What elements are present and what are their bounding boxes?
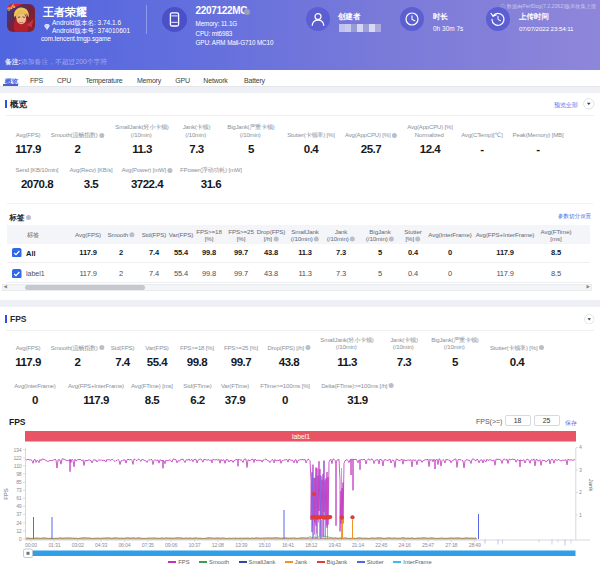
svg-text:01:31: 01:31	[48, 542, 60, 548]
svg-text:2: 2	[579, 489, 582, 495]
svg-text:110: 110	[14, 463, 22, 469]
svg-text:61: 61	[16, 495, 22, 501]
svg-text:49: 49	[16, 503, 22, 509]
svg-text:label1: label1	[292, 433, 310, 440]
svg-text:03:02: 03:02	[72, 542, 84, 548]
svg-text:19:43: 19:43	[329, 542, 341, 548]
svg-text:21:14: 21:14	[352, 542, 364, 548]
svg-text:3: 3	[579, 467, 582, 473]
svg-text:25:47: 25:47	[422, 542, 434, 548]
svg-text:12:08: 12:08	[212, 542, 224, 548]
svg-text:13:39: 13:39	[235, 542, 247, 548]
svg-text:1: 1	[579, 512, 582, 518]
svg-text:37: 37	[16, 511, 22, 517]
svg-text:16:41: 16:41	[282, 542, 294, 548]
svg-text:15:10: 15:10	[259, 542, 271, 548]
svg-text:12: 12	[16, 528, 22, 534]
svg-text:122: 122	[13, 455, 21, 461]
svg-text:04:33: 04:33	[95, 542, 107, 548]
svg-text:73: 73	[16, 487, 22, 493]
svg-text:00:00: 00:00	[25, 542, 37, 548]
svg-text:06:04: 06:04	[118, 542, 130, 548]
svg-text:07:35: 07:35	[142, 542, 154, 548]
svg-text:18:12: 18:12	[305, 542, 317, 548]
svg-text:24: 24	[16, 520, 22, 526]
svg-text:09:06: 09:06	[165, 542, 177, 548]
svg-text:Jank: Jank	[588, 479, 594, 493]
svg-text:27:18: 27:18	[445, 542, 457, 548]
svg-text:28:49: 28:49	[469, 542, 481, 548]
svg-text:24:16: 24:16	[399, 542, 411, 548]
svg-text:0: 0	[19, 536, 22, 542]
svg-text:4: 4	[579, 444, 582, 450]
svg-text:FPS: FPS	[3, 488, 9, 500]
svg-text:98: 98	[16, 471, 22, 477]
svg-text:10:37: 10:37	[189, 542, 201, 548]
svg-text:134: 134	[13, 447, 21, 453]
svg-text:85: 85	[16, 479, 22, 485]
svg-text:22:45: 22:45	[375, 542, 387, 548]
